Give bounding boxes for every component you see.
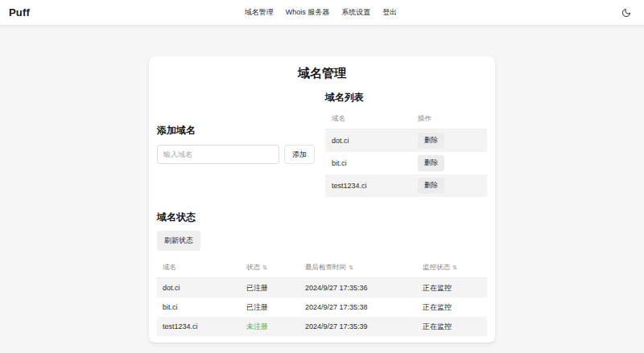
domain-cell: test1234.ci (157, 322, 241, 330)
delete-button[interactable]: 删除 (418, 178, 444, 194)
status-cell: 已注册 (241, 283, 299, 293)
app-logo[interactable]: Puff (9, 6, 30, 18)
nav-item-domain-management[interactable]: 域名管理 (245, 7, 274, 18)
add-domain-section: 添加域名 添加 (157, 124, 315, 164)
delete-button[interactable]: 删除 (418, 133, 444, 149)
status-cell: 已注册 (241, 302, 299, 313)
domain-cell: test1234.ci (332, 182, 418, 190)
table-row: dot.ci 已注册 2024/9/27 17:35:36 正在监控 (157, 278, 487, 298)
monitor-cell: 正在监控 (417, 302, 487, 313)
status-table-header: 域名 状态 ⇅ 最后检查时间 ⇅ 监控状态 ⇅ (157, 259, 487, 278)
add-domain-form: 添加 (157, 145, 315, 164)
domain-management-card: 域名管理 添加域名 添加 域名列表 域名 操作 dot.ci 删除 (149, 56, 495, 343)
column-header-status-sort[interactable]: 状态 ⇅ (241, 263, 299, 273)
sort-icon: ⇅ (262, 265, 267, 271)
column-label: 状态 (246, 263, 260, 273)
navbar-left: Puff (9, 6, 245, 18)
nav-item-whois-server[interactable]: Whois 服务器 (286, 7, 330, 18)
refresh-status-button[interactable]: 刷新状态 (157, 231, 200, 251)
domain-status-table: 域名 状态 ⇅ 最后检查时间 ⇅ 监控状态 ⇅ dot.ci 已注册 202 (157, 259, 487, 336)
domain-list-heading: 域名列表 (325, 91, 487, 105)
sort-icon: ⇅ (349, 265, 353, 271)
top-grid: 添加域名 添加 域名列表 域名 操作 dot.ci 删除 bit.ci (157, 91, 487, 197)
last-check-cell: 2024/9/27 17:35:39 (299, 322, 417, 330)
main-nav: 域名管理 Whois 服务器 系统设置 登出 (245, 7, 398, 18)
column-header-last-check-sort[interactable]: 最后检查时间 ⇅ (299, 263, 417, 273)
monitor-cell: 正在监控 (417, 283, 487, 293)
domain-status-heading: 域名状态 (157, 211, 487, 224)
domain-list-header: 域名 操作 (325, 110, 487, 129)
column-header-monitor-sort[interactable]: 监控状态 ⇅ (417, 263, 487, 273)
table-row: test1234.ci 未注册 2024/9/27 17:35:39 正在监控 (157, 317, 487, 336)
domain-list-section: 域名列表 域名 操作 dot.ci 删除 bit.ci 删除 test1234.… (325, 91, 487, 197)
navbar-right (397, 6, 633, 19)
table-row: bit.ci 删除 (325, 152, 487, 174)
domain-status-section: 域名状态 刷新状态 域名 状态 ⇅ 最后检查时间 ⇅ 监控状态 ⇅ (157, 211, 487, 336)
delete-button[interactable]: 删除 (418, 155, 444, 171)
table-row: test1234.ci 删除 (325, 174, 487, 197)
column-header-action: 操作 (418, 114, 431, 124)
domain-cell: bit.ci (157, 303, 241, 311)
last-check-cell: 2024/9/27 17:35:38 (299, 303, 417, 311)
column-label: 域名 (163, 263, 176, 273)
nav-item-system-settings[interactable]: 系统设置 (341, 7, 370, 18)
column-label: 监控状态 (423, 263, 450, 273)
sort-icon: ⇅ (452, 265, 457, 271)
nav-item-logout[interactable]: 登出 (382, 7, 397, 18)
moon-icon[interactable] (620, 6, 633, 19)
table-row: bit.ci 已注册 2024/9/27 17:35:38 正在监控 (157, 298, 487, 317)
domain-cell: dot.ci (157, 284, 241, 292)
top-navbar: Puff 域名管理 Whois 服务器 系统设置 登出 (0, 0, 644, 25)
domain-cell: dot.ci (332, 137, 418, 145)
column-header-domain: 域名 (157, 263, 241, 273)
add-domain-heading: 添加域名 (157, 124, 315, 138)
table-row: dot.ci 删除 (325, 129, 487, 152)
last-check-cell: 2024/9/27 17:35:36 (299, 284, 417, 292)
monitor-cell: 正在监控 (417, 322, 487, 332)
page-title: 域名管理 (157, 66, 487, 81)
domain-input[interactable] (157, 145, 279, 164)
add-domain-button[interactable]: 添加 (284, 145, 315, 164)
status-cell: 未注册 (241, 322, 299, 332)
column-label: 最后检查时间 (305, 263, 346, 273)
column-header-domain: 域名 (332, 114, 418, 124)
domain-cell: bit.ci (332, 159, 418, 167)
domain-list-table: 域名 操作 dot.ci 删除 bit.ci 删除 test1234.ci 删除 (325, 110, 487, 197)
